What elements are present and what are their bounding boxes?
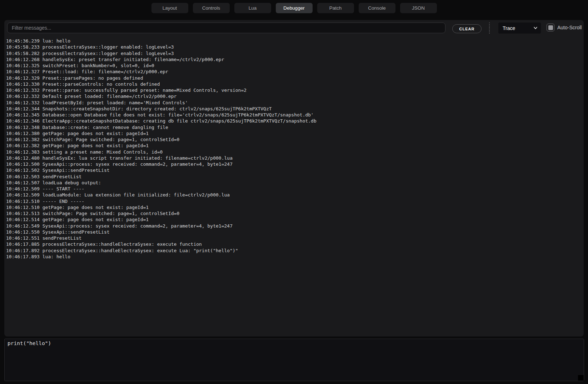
log-line: 10:46:17.892 processElectraSysex::handle… [6, 248, 582, 254]
filter-messages-input[interactable] [7, 23, 445, 33]
log-line: 10:46:12.332 Preset::parse: successfully… [6, 87, 582, 93]
log-line: 10:46:12.380 getPage: page does not exis… [6, 130, 582, 136]
log-level-dropdown-wrap: Trace [498, 23, 541, 34]
tab-console[interactable]: Console [359, 3, 395, 13]
log-line: 10:46:12.510 ----- END ----- [6, 198, 582, 204]
log-line: 10:45:36.239 lua: hello [6, 38, 582, 44]
log-line: 10:46:12.344 Snapshots::createSnapshotDi… [6, 106, 582, 112]
autoscroll-checkbox-fill [548, 25, 553, 30]
toolbar-divider [489, 23, 490, 34]
debugger-panel: CLEAR Trace Auto-Scroll 10:45:36.239 lua… [4, 20, 584, 336]
top-tab-bar: Layout Controls Lua Debugger Patch Conso… [0, 3, 588, 13]
log-line: 10:46:12.510 getPage: page does not exis… [6, 204, 582, 210]
tab-controls[interactable]: Controls [193, 3, 230, 13]
log-line: 10:46:12.329 Preset::parsePages: no page… [6, 75, 582, 81]
clear-button[interactable]: CLEAR [452, 24, 482, 33]
log-line: 10:46:12.502 SysexApi::sendPresetList [6, 167, 582, 173]
log-line: 10:46:12.513 switchPage: Page switched: … [6, 210, 582, 216]
log-line: 10:46:12.332 loadPresetById: preset load… [6, 100, 582, 106]
command-input-wrap: print("hello") [4, 339, 584, 381]
log-line: 10:46:12.332 Default preset loaded: file… [6, 93, 582, 99]
log-line: 10:46:12.348 Database::create: cannot re… [6, 124, 582, 130]
log-line: 10:46:12.382 switchPage: Page switched: … [6, 136, 582, 143]
resize-handle[interactable] [578, 375, 584, 381]
log-line: 10:46:12.382 getPage: page does not exis… [6, 143, 582, 149]
log-line: 10:46:12.509 loadLuaModule: Lua extensio… [6, 192, 582, 198]
log-line: 10:46:12.480 handleSysEx: lua script tra… [6, 155, 582, 161]
log-line: 10:46:12.503 sendPresetList [6, 174, 582, 180]
log-line: 10:45:58.282 processElectraSysex::logger… [6, 50, 582, 56]
log-line: 10:46:12.551 sendPresetList [6, 235, 582, 241]
log-line: 10:46:12.549 SysexApi::process: sysex re… [6, 223, 582, 229]
lua-command-input[interactable]: print("hello") [4, 339, 584, 381]
log-level-select[interactable]: Trace [498, 23, 541, 34]
tab-lua[interactable]: Lua [234, 3, 271, 13]
tab-debugger[interactable]: Debugger [276, 3, 313, 13]
log-line: 10:46:17.893 lua: hello [6, 254, 582, 260]
log-line: 10:46:12.383 setting a preset name: Mixe… [6, 149, 582, 155]
log-line: 10:46:12.509 ---- START ---- [6, 186, 582, 192]
tab-patch[interactable]: Patch [317, 3, 354, 13]
log-line: 10:46:12.325 switchPreset: bankNumber=0,… [6, 63, 582, 69]
log-line: 10:46:12.550 SysexApi::sendPresetList [6, 229, 582, 235]
log-line: 10:46:12.330 Preset::parseControls: no c… [6, 81, 582, 87]
log-line: 10:46:12.514 getPage: page does not exis… [6, 216, 582, 223]
log-output[interactable]: 10:45:36.239 lua: hello10:45:58.233 proc… [4, 36, 584, 336]
log-line: 10:46:12.345 Database::open Database fil… [6, 112, 582, 118]
autoscroll-checkbox[interactable] [547, 24, 554, 31]
log-line: 10:46:12.507 loadLua debug output: [6, 180, 582, 186]
log-line: 10:46:12.500 SysexApi::process: sysex re… [6, 161, 582, 167]
log-line: 10:45:58.233 processElectraSysex::logger… [6, 44, 582, 50]
log-line: 10:46:12.327 Preset::load: file: filenam… [6, 69, 582, 75]
autoscroll-label: Auto-Scroll [557, 25, 582, 30]
log-line: 10:46:17.885 processElectraSysex::handle… [6, 241, 582, 247]
tab-json[interactable]: JSON [400, 3, 437, 13]
log-line: 10:46:12.268 handleSysEx: preset transfe… [6, 56, 582, 63]
tab-layout[interactable]: Layout [151, 3, 188, 13]
log-line: 10:46:12.346 ElectraApp::createSnapshotD… [6, 118, 582, 124]
